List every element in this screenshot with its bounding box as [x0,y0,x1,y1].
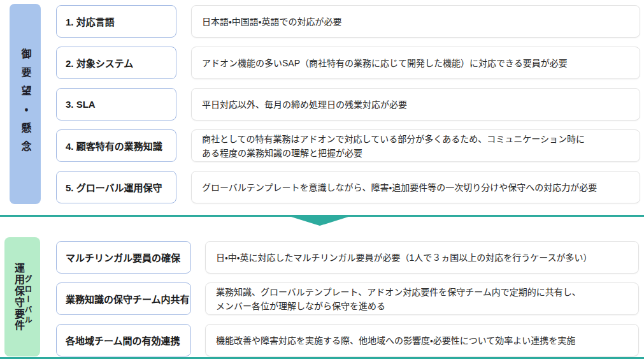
request-content-box-1: 日本語・中国語・英語での対応が必要 [191,5,640,38]
request-content-2: アドオン機能の多いSAP（商社特有の業務に応じて開発した機能）に対応できる要員が… [202,56,633,70]
requirement-content-box-3: 機能改善や障害対応を実施する際、他地域への影響度・必要性について効率よい連携を実… [205,324,639,356]
sidebar-requests-concerns: 御要望・懸念 [10,4,41,204]
requirement-content-2-line2: メンバー各位が理解しながら保守を進める [216,299,632,313]
sidebar-requests-concerns-label: 御要望・懸念 [20,48,31,159]
requirement-row-3: 各地域チーム間の有効連携 機能改善や障害対応を実施する際、他地域への影響度・必要… [56,324,639,356]
sidebar-global-label-columns: 運用保守要件 グローバル [13,263,31,332]
requirement-label-1: マルチリンガル要員の確保 [66,251,180,264]
requirement-row-2: 業務知識の保守チーム内共有 業務知識、グローバルテンプレート、アドオン対応要件を… [56,282,639,315]
requirement-content-3: 機能改善や障害対応を実施する際、他地域への影響度・必要性について効率よい連携を実… [216,333,632,348]
requirement-content-2: 業務知識、グローバルテンプレート、アドオン対応要件を保守チーム内で定期的に共有し… [216,285,632,299]
request-content-1: 日本語・中国語・英語での対応が必要 [202,15,633,29]
down-arrow-icon [291,217,348,226]
requirement-label-box-3: 各地域チーム間の有効連携 [56,324,191,356]
request-content-box-5: グローバルテンプレートを意識しながら、障害・追加要件等の一次切り分けや保守への対… [191,171,640,203]
requirement-content-1: 日・中・英に対応したマルチリンガル要員が必要（1人で３ヵ国以上の対応を行うケース… [216,251,632,265]
request-row-3: 3. SLA 平日対応以外、毎月の締め処理日の残業対応が必要 [56,88,640,121]
request-row-2: 2. 対象システム アドオン機能の多いSAP（商社特有の業務に応じて開発した機能… [56,47,640,79]
requests-rows: 1. 対応言語 日本語・中国語・英語での対応が必要 2. 対象システム アドオン… [56,5,640,203]
request-label-box-3: 3. SLA [56,88,176,121]
sidebar-label-operation-maintenance: 運用保守要件 [13,263,24,332]
requirement-label-2: 業務知識の保守チーム内共有 [66,292,190,305]
request-label-2: 2. 対象システム [66,56,133,70]
request-label-3: 3. SLA [66,99,96,110]
request-content-4-line2: ある程度の業務知識の理解と把握が必要 [202,146,633,160]
request-content-box-4: 商社としての特有業務はアドオンで対応している部分が多くあるため、コミュニケーショ… [191,129,640,162]
request-label-4: 4. 顧客特有の業務知識 [66,139,162,152]
requirement-label-3: 各地域チーム間の有効連携 [66,333,180,347]
request-label-1: 1. 対応言語 [66,15,115,28]
sidebar-global-operation-requirements: 運用保守要件 グローバル [4,237,40,356]
request-content-4: 商社としての特有業務はアドオンで対応している部分が多くあるため、コミュニケーショ… [202,132,633,146]
request-label-5: 5. グローバル運用保守 [66,180,162,194]
request-content-box-2: アドオン機能の多いSAP（商社特有の業務に応じて開発した機能）に対応できる要員が… [191,47,640,79]
requirement-label-box-2: 業務知識の保守チーム内共有 [56,282,191,315]
requirement-label-box-1: マルチリンガル要員の確保 [56,241,191,274]
request-label-box-4: 4. 顧客特有の業務知識 [56,129,176,162]
request-label-box-2: 2. 対象システム [56,47,176,79]
requirement-content-box-1: 日・中・英に対応したマルチリンガル要員が必要（1人で３ヵ国以上の対応を行うケース… [205,241,639,274]
request-label-box-1: 1. 対応言語 [56,5,176,38]
requirement-content-box-2: 業務知識、グローバルテンプレート、アドオン対応要件を保守チーム内で定期的に共有し… [205,282,639,315]
request-content-3: 平日対応以外、毎月の締め処理日の残業対応が必要 [202,98,633,112]
request-row-4: 4. 顧客特有の業務知識 商社としての特有業務はアドオンで対応している部分が多く… [56,129,640,162]
requirement-rows: マルチリンガル要員の確保 日・中・英に対応したマルチリンガル要員が必要（1人で３… [56,241,639,356]
requirement-row-1: マルチリンガル要員の確保 日・中・英に対応したマルチリンガル要員が必要（1人で３… [56,241,639,274]
slide-canvas: 御要望・懸念 1. 対応言語 日本語・中国語・英語での対応が必要 2. 対象シス… [0,0,644,359]
sidebar-label-global: グローバル [24,275,31,326]
request-content-5: グローバルテンプレートを意識しながら、障害・追加要件等の一次切り分けや保守への対… [202,180,633,194]
request-row-1: 1. 対応言語 日本語・中国語・英語での対応が必要 [56,5,640,38]
request-label-box-5: 5. グローバル運用保守 [56,171,176,203]
request-content-box-3: 平日対応以外、毎月の締め処理日の残業対応が必要 [191,88,640,121]
request-row-5: 5. グローバル運用保守 グローバルテンプレートを意識しながら、障害・追加要件等… [56,171,640,203]
